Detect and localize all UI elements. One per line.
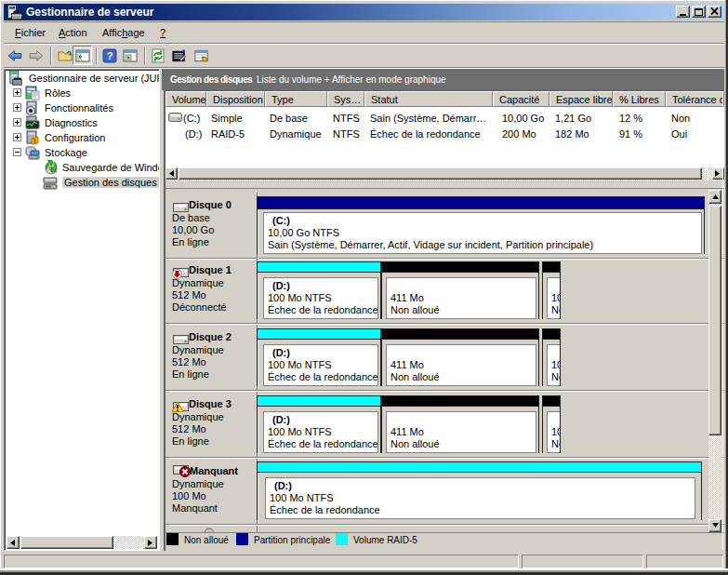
svg-text:?: ? (107, 50, 113, 61)
